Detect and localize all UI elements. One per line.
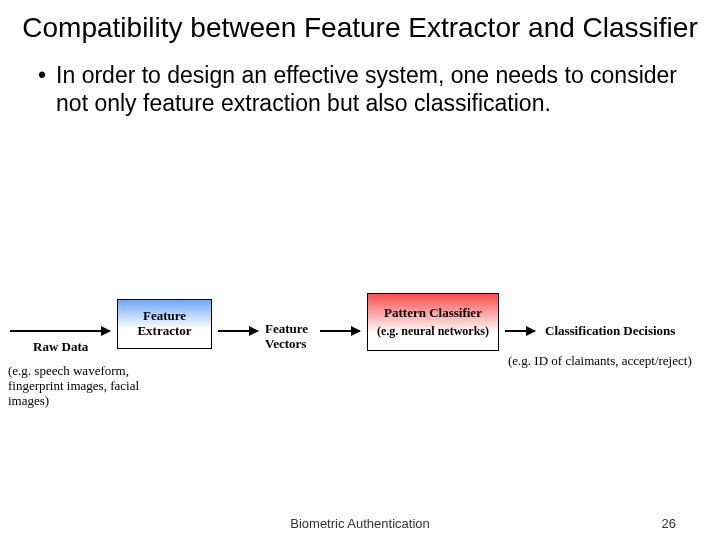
pattern-classifier-title: Pattern Classifier — [368, 306, 498, 321]
pattern-classifier-sub: (e.g. neural networks) — [368, 325, 498, 339]
arrow-classifier-in — [320, 330, 360, 332]
slide-title: Compatibility between Feature Extractor … — [0, 0, 720, 44]
feature-vectors-label: Feature Vectors — [265, 322, 308, 352]
pipeline-diagram: Raw Data (e.g. speech waveform, fingerpr… — [0, 290, 720, 460]
bullet-mark: • — [36, 62, 46, 117]
feature-vectors-line1: Feature — [265, 321, 308, 336]
footer-title: Biometric Authentication — [0, 516, 720, 531]
body-text: • In order to design an effective system… — [0, 44, 720, 117]
bullet-item: • In order to design an effective system… — [36, 62, 680, 117]
feature-extractor-line1: Feature — [118, 309, 211, 324]
arrow-classifier-out — [505, 330, 535, 332]
decisions-label: Classification Decisions — [545, 324, 675, 339]
feature-extractor-box: Feature Extractor — [117, 299, 212, 349]
bullet-text: In order to design an effective system, … — [56, 62, 680, 117]
decisions-sub: (e.g. ID of claimants, accept/reject) — [508, 354, 718, 369]
pattern-classifier-box: Pattern Classifier (e.g. neural networks… — [367, 293, 499, 351]
raw-data-label: Raw Data — [33, 340, 88, 355]
feature-vectors-line2: Vectors — [265, 336, 306, 351]
page-number: 26 — [662, 516, 676, 531]
arrow-input — [10, 330, 110, 332]
raw-data-sub: (e.g. speech waveform, fingerprint image… — [8, 364, 173, 409]
feature-extractor-line2: Extractor — [118, 324, 211, 339]
arrow-extractor-out — [218, 330, 258, 332]
